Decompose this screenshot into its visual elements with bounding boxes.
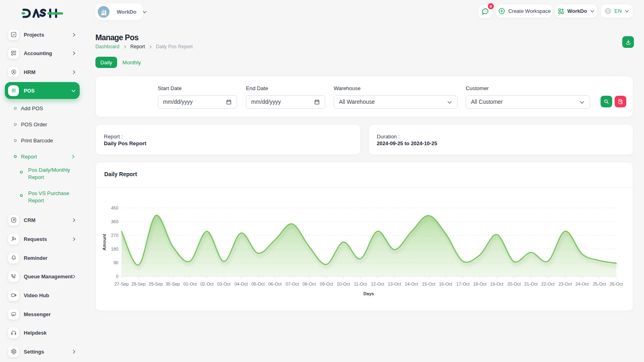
svg-text:90: 90	[114, 260, 118, 265]
svg-text:09-Oct: 09-Oct	[320, 282, 333, 286]
svg-text:03-Oct: 03-Oct	[217, 282, 230, 286]
svg-text:17-Oct: 17-Oct	[456, 282, 469, 286]
svg-text:24-Oct: 24-Oct	[575, 282, 588, 286]
svg-text:02-Oct: 02-Oct	[200, 282, 213, 286]
svg-text:26-Oct: 26-Oct	[609, 282, 623, 286]
svg-text:25-Oct: 25-Oct	[592, 282, 606, 286]
svg-text:27-Sep: 27-Sep	[114, 282, 128, 286]
svg-text:Amount: Amount	[102, 234, 107, 251]
svg-text:01-Oct: 01-Oct	[183, 282, 196, 286]
svg-text:20-Oct: 20-Oct	[507, 282, 520, 286]
svg-text:0: 0	[116, 274, 118, 279]
svg-text:Days: Days	[363, 291, 374, 296]
svg-text:05-Oct: 05-Oct	[251, 282, 264, 286]
svg-text:15-Oct: 15-Oct	[422, 282, 435, 286]
svg-text:360: 360	[111, 219, 118, 224]
svg-text:19-Oct: 19-Oct	[490, 282, 503, 286]
svg-text:30-Sep: 30-Sep	[165, 282, 180, 286]
svg-text:13-Oct: 13-Oct	[388, 282, 401, 286]
svg-text:16-Oct: 16-Oct	[439, 282, 452, 286]
svg-text:11-Oct: 11-Oct	[354, 282, 367, 286]
svg-text:14-Oct: 14-Oct	[405, 282, 418, 286]
svg-text:22-Oct: 22-Oct	[541, 282, 554, 286]
svg-text:08-Oct: 08-Oct	[302, 282, 316, 286]
svg-text:270: 270	[111, 233, 118, 238]
svg-text:10-Oct: 10-Oct	[336, 282, 350, 286]
svg-text:28-Sep: 28-Sep	[131, 282, 145, 286]
svg-text:18-Oct: 18-Oct	[473, 282, 486, 286]
svg-text:180: 180	[111, 247, 118, 251]
svg-text:23-Oct: 23-Oct	[558, 282, 572, 286]
svg-text:06-Oct: 06-Oct	[268, 282, 281, 286]
svg-text:04-Oct: 04-Oct	[234, 282, 248, 286]
svg-text:450: 450	[111, 206, 118, 210]
svg-text:29-Sep: 29-Sep	[149, 282, 163, 286]
svg-text:07-Oct: 07-Oct	[285, 282, 299, 286]
svg-text:12-Oct: 12-Oct	[371, 282, 384, 286]
svg-text:21-Oct: 21-Oct	[524, 282, 537, 286]
